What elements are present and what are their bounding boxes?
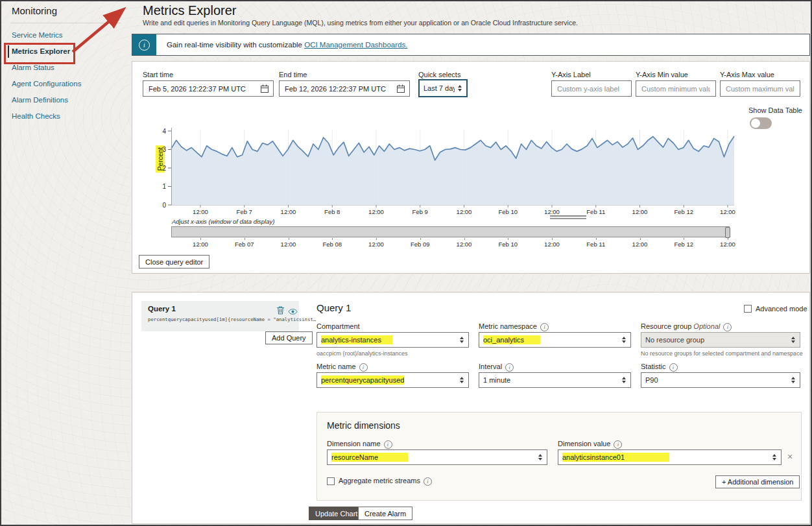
statistic-select[interactable]: P90 [641,372,800,388]
show-query-eye-icon[interactable] [288,307,298,317]
chevron-updown-icon [538,454,543,461]
advanced-mode-checkbox[interactable] [744,305,752,313]
metrics-explorer-page: Monitoring Service MetricsMetrics Explor… [0,0,812,526]
slider-tick-label: 12:00 [619,241,661,248]
interval-select[interactable]: 1 minute [479,372,631,388]
svg-text:3: 3 [162,146,166,153]
info-hint-icon: i [614,440,622,449]
slider-tick-mark [508,238,508,240]
info-hint-icon: i [723,323,732,331]
end-time-field[interactable] [279,80,410,97]
dimension-value-select[interactable]: analyticsinstance01 [558,449,782,465]
svg-text:Feb 9: Feb 9 [412,208,428,215]
management-dashboards-link[interactable]: OCI Management Dashboards. [304,41,407,49]
svg-text:Feb 7: Feb 7 [237,208,252,215]
banner-message: Gain real-time visibility with customiza… [167,41,302,49]
svg-text:Feb 11: Feb 11 [586,208,605,215]
slider-tick-label: 12:00 [180,241,221,248]
chevron-updown-icon [791,337,796,344]
resource-group-helper: No resource groups for selected compartm… [641,350,803,357]
y-axis-min-label: Y-Axis Min value [636,71,688,78]
svg-text:12:00: 12:00 [368,208,384,215]
end-time-input[interactable] [283,84,394,93]
query-card-mql: percentquerycapacityused[1m]{resourceNam… [148,317,293,322]
end-time-label: End time [279,71,307,78]
show-data-table-label: Show Data Table [748,106,802,114]
svg-text:12:00: 12:00 [193,208,208,215]
dimension-value-value: analyticsinstance01 [562,453,669,462]
aggregate-metric-streams-checkbox[interactable] [327,477,335,485]
slider-tick-mark [376,238,377,240]
slider-tick-mark [245,238,245,240]
svg-text:12:00: 12:00 [281,208,296,215]
create-alarm-button[interactable]: Create Alarm [358,507,412,520]
y-axis-max-label: Y-Axis Max value [720,71,774,78]
update-chart-button[interactable]: Update Chart [309,507,364,520]
compartment-select[interactable]: analytics-instances [316,332,469,348]
sidebar-item-service-metrics[interactable]: Service Metrics [1,27,131,43]
slider-tick-mark [420,238,421,240]
chevron-updown-icon [459,377,464,384]
interval-label: Intervali [479,363,514,372]
close-query-editor-button[interactable]: Close query editor [139,255,209,269]
slider-tick-label: 12:00 [444,241,485,248]
svg-text:1: 1 [162,183,166,190]
additional-dimension-button[interactable]: + Additional dimension [715,475,800,488]
svg-text:12:00: 12:00 [457,208,472,215]
y-axis-label-field[interactable] [551,80,632,97]
metrics-line-chart: 0123412:00Feb 712:00Feb 812:00Feb 912:00… [150,125,745,219]
sidebar-item-agent-configurations[interactable]: Agent Configurations [1,76,131,92]
quick-selects-select[interactable]: Last 7 days [418,79,468,97]
sidebar-title: Monitoring [12,5,57,16]
slider-tick-label: Feb 10 [487,241,529,248]
info-hint-icon: i [384,440,392,449]
show-data-table-toggle[interactable] [750,117,772,129]
adjust-x-axis-label: Adjust x-axis (window of data display) [172,218,274,225]
svg-text:12:00: 12:00 [632,208,648,215]
compartment-label: Compartment [316,322,360,330]
y-axis-min-input[interactable] [640,84,711,93]
y-axis-min-field[interactable] [636,80,716,97]
slider-tick-mark [200,238,201,240]
dimension-name-label: Dimension namei [327,440,392,449]
metric-name-select[interactable]: percentquerycapacityused [316,372,469,388]
info-hint-icon: i [505,363,514,372]
slider-tick-label: 12:00 [531,241,573,248]
info-banner: i Gain real-time visibility with customi… [132,34,810,56]
sidebar-item-alarm-definitions[interactable]: Alarm Definitions [1,92,131,108]
info-banner-accent: i [132,34,156,55]
info-hint-icon: i [669,363,678,372]
slider-handle[interactable] [725,227,730,238]
resource-group-select[interactable]: No resource group [641,332,800,348]
start-time-input[interactable] [147,84,257,93]
advanced-mode-label: Advanced mode [756,305,807,313]
statistic-value: P90 [645,376,788,384]
dimension-value-label: Dimension valuei [558,440,622,449]
slider-tick-mark [289,238,289,240]
metric-name-value: percentquerycapacityused [321,376,404,385]
interval-value: 1 minute [483,376,619,384]
statistic-label: Statistici [641,363,678,372]
dimension-name-select[interactable]: resourceName [327,449,547,465]
y-axis-label-input[interactable] [556,84,627,93]
remove-dimension-icon[interactable]: × [787,451,793,462]
slider-tick-mark [684,238,684,240]
add-query-button[interactable]: Add Query [265,331,313,344]
chevron-updown-icon [621,377,627,384]
metric-namespace-value: oci_analytics [483,335,540,344]
start-time-field[interactable] [143,80,274,97]
svg-text:0: 0 [162,202,166,209]
x-axis-range-slider[interactable] [171,226,730,237]
y-axis-max-input[interactable] [724,84,796,93]
calendar-icon[interactable] [260,84,269,93]
slider-tick-mark [640,238,641,240]
calendar-icon[interactable] [396,84,405,93]
slider-tick-mark [552,238,553,240]
sidebar-item-health-checks[interactable]: Health Checks [1,108,131,125]
svg-text:Feb 8: Feb 8 [324,208,340,215]
metric-namespace-select[interactable]: oci_analytics [479,332,631,348]
delete-query-icon[interactable] [276,305,285,315]
slider-tick-label: Feb 07 [224,241,265,248]
y-axis-max-field[interactable] [720,80,800,97]
resource-group-value: No resource group [645,336,788,344]
